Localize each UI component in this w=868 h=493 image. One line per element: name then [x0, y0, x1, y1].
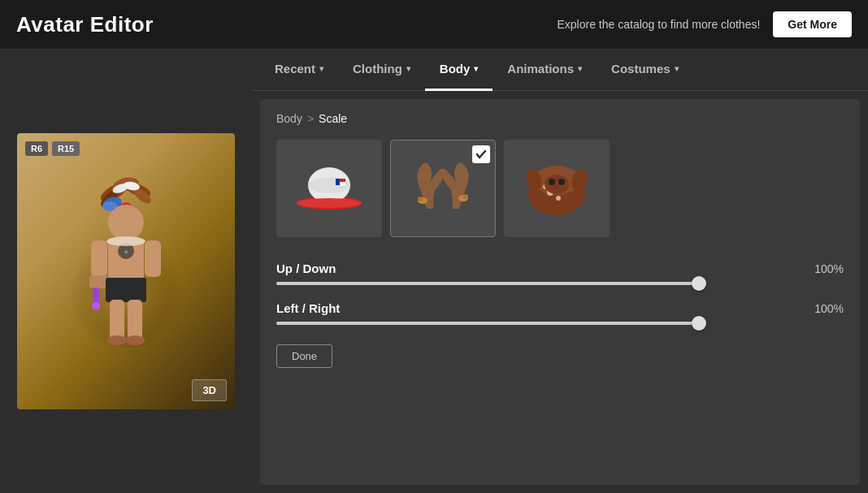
svg-point-44	[556, 196, 561, 201]
svg-point-47	[549, 179, 555, 185]
tab-nav: Recent ▾ Clothing ▾ Body ▾ Animations ▾ …	[252, 49, 868, 91]
top-bar: Avatar Editor Explore the catalog to fin…	[0, 0, 868, 49]
item-card-hat[interactable]	[276, 140, 382, 237]
svg-point-37	[463, 194, 468, 199]
tab-animations-chevron: ▾	[578, 64, 582, 73]
badge-r6[interactable]: R6	[25, 141, 48, 156]
item-cards	[276, 140, 844, 237]
item-card-antlers[interactable]	[390, 140, 496, 237]
hat-icon	[289, 156, 370, 221]
breadcrumb: Body > Scale	[276, 112, 844, 125]
tab-clothing-chevron: ▾	[406, 64, 410, 73]
svg-point-48	[558, 179, 565, 185]
slider-label-up-down: Up / Down	[276, 262, 336, 275]
right-panel: Recent ▾ Clothing ▾ Body ▾ Animations ▾ …	[252, 49, 868, 493]
slider-track-up-down[interactable]	[276, 282, 699, 285]
breadcrumb-current: Scale	[319, 112, 347, 125]
svg-point-12	[108, 205, 144, 240]
svg-rect-18	[89, 275, 107, 288]
item-card-deer-cap[interactable]	[504, 140, 610, 237]
top-bar-right: Explore the catalog to find more clothes…	[558, 11, 853, 37]
svg-point-24	[125, 335, 145, 345]
slider-thumb-left-right[interactable]	[692, 316, 706, 331]
svg-rect-19	[145, 240, 161, 277]
slider-header-up-down: Up / Down 100%	[276, 262, 844, 275]
tab-recent-chevron: ▾	[319, 64, 323, 73]
done-button[interactable]: Done	[276, 344, 332, 368]
slider-label-left-right: Left / Right	[276, 301, 340, 315]
slider-thumb-up-down[interactable]	[692, 276, 706, 291]
tab-recent[interactable]: Recent ▾	[260, 49, 338, 91]
tab-costumes-label: Costumes	[611, 62, 671, 76]
btn-3d[interactable]: 3D	[192, 379, 227, 401]
slider-header-left-right: Left / Right 100%	[276, 301, 844, 315]
svg-point-23	[107, 335, 127, 345]
avatar-preview-box: R6 R15	[17, 133, 235, 409]
breadcrumb-parent[interactable]: Body	[276, 112, 302, 125]
breadcrumb-separator: >	[307, 112, 314, 125]
checkmark-icon	[472, 145, 490, 163]
svg-rect-33	[336, 179, 340, 185]
svg-text:✦: ✦	[123, 248, 129, 257]
svg-rect-21	[110, 300, 124, 340]
slider-row-up-down: Up / Down 100%	[276, 262, 844, 285]
tab-animations[interactable]: Animations ▾	[493, 49, 597, 91]
avatar-figure: ✦	[49, 154, 203, 389]
main-layout: R6 R15	[0, 49, 868, 493]
tab-body[interactable]: Body ▾	[425, 49, 493, 91]
tab-clothing-label: Clothing	[353, 62, 402, 76]
avatar-badges: R6 R15	[25, 141, 80, 156]
catalog-promo-text: Explore the catalog to find more clothes…	[558, 18, 761, 31]
svg-point-16	[106, 236, 145, 246]
svg-point-46	[545, 175, 569, 194]
svg-rect-20	[106, 278, 146, 302]
tab-body-chevron: ▾	[474, 64, 478, 73]
get-more-button[interactable]: Get More	[773, 11, 852, 37]
app-title: Avatar Editor	[16, 12, 154, 37]
svg-point-30	[297, 198, 362, 208]
tab-recent-label: Recent	[275, 62, 315, 76]
slider-value-up-down: 100%	[814, 262, 844, 275]
antlers-icon	[402, 156, 484, 221]
slider-fill-left-right	[276, 322, 699, 325]
badge-r15[interactable]: R15	[52, 141, 80, 156]
content-area: Body > Scale	[260, 99, 860, 485]
tab-costumes-chevron: ▾	[675, 64, 679, 73]
svg-rect-22	[128, 300, 142, 340]
deer-cap-icon	[516, 156, 597, 221]
svg-point-35	[418, 197, 423, 201]
tab-animations-label: Animations	[507, 62, 574, 76]
avatar-panel: R6 R15	[0, 49, 252, 493]
tab-costumes[interactable]: Costumes ▾	[597, 49, 693, 91]
svg-point-26	[92, 302, 100, 310]
slider-row-left-right: Left / Right 100%	[276, 301, 844, 325]
sliders-section: Up / Down 100% Left / Right 100%	[276, 262, 844, 368]
tab-clothing[interactable]: Clothing ▾	[338, 49, 425, 91]
tab-body-label: Body	[440, 62, 471, 76]
svg-rect-17	[91, 240, 107, 277]
slider-track-left-right[interactable]	[276, 322, 699, 325]
slider-value-left-right: 100%	[814, 302, 844, 315]
slider-fill-up-down	[276, 282, 699, 285]
